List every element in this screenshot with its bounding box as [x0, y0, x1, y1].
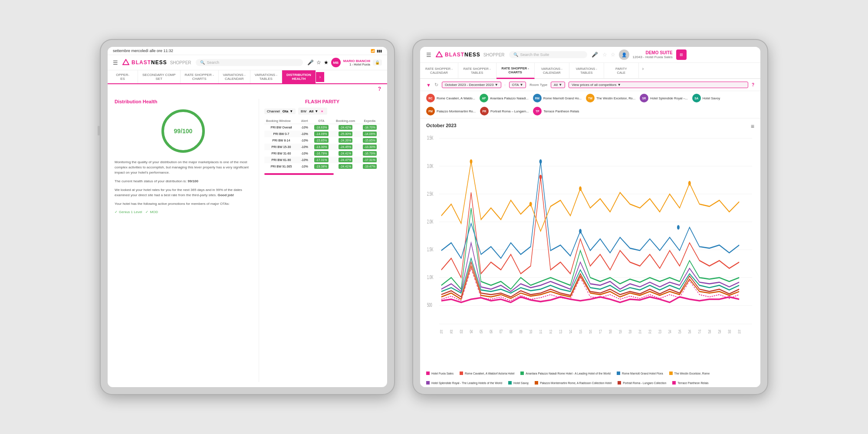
svg-text:27: 27 — [698, 329, 701, 334]
hotel-name-ap: Anantara Palazzo Naiadi... — [490, 96, 529, 100]
r-date-range-select[interactable]: October 2023 - December 2023 ▼ — [442, 82, 501, 88]
row-alert: -10% — [298, 124, 311, 131]
svg-text:19: 19 — [619, 329, 622, 334]
search-bar[interactable]: 🔍 Search — [196, 59, 303, 66]
row-ota: -16.79% — [311, 150, 332, 157]
menu-icon[interactable]: ☰ — [113, 59, 118, 66]
r-filter-bar: ▼ ↻ October 2023 - December 2023 ▼ : OTA… — [420, 79, 760, 91]
logo-sub: SHOPPER — [170, 60, 191, 65]
r-tabs-next-arrow[interactable]: › — [639, 63, 647, 78]
r-tab-parity-cale[interactable]: PARITYCALE — [604, 63, 639, 78]
tab-variations-tables[interactable]: VARIATIONS -TABLES — [250, 70, 282, 83]
tab-rate-shopper-charts[interactable]: RATE SHOPPER -CHARTS — [181, 70, 219, 83]
tab-oppers[interactable]: OPPER-ES — [108, 70, 138, 83]
svg-point-50 — [470, 159, 472, 164]
legend-dot-tw — [669, 372, 673, 375]
r-room-type-select[interactable]: All ▼ — [551, 82, 565, 88]
checkmark-genius: ✓ — [115, 210, 118, 214]
mic-icon[interactable]: 🎤 — [307, 59, 314, 66]
svg-rect-57 — [460, 372, 463, 375]
legend-label-ap: Anantara Palazzo Naiadi Rome Hotel - A L… — [526, 372, 611, 375]
row-booking: -24.45% — [332, 144, 359, 150]
hotel-name-sr: Hotel Splendide Royal –... — [650, 96, 688, 100]
right-screen: ☰ BLASTNESS SHOPPER 🔍 Search the Suite 🎤… — [420, 47, 760, 387]
tab-variations-calendar[interactable]: VARIATIONS -CALENDAR — [219, 70, 250, 83]
r-tab-variations-tables[interactable]: VARIATIONS -TABLES — [569, 63, 604, 78]
channel-filter[interactable]: Channel Ota ▼ — [264, 108, 296, 114]
r-demo-suite: DEMO SUITE — [645, 50, 672, 55]
tab-secondary-comp[interactable]: SECONDARY COMPSET — [138, 70, 181, 83]
legend-dot-pm — [535, 381, 538, 385]
left-tablet: settembre mercoledì alle ore 11:32 📶 ▮▮▮… — [100, 39, 395, 395]
row-label: PRI BW 61-90 — [264, 157, 298, 163]
logo-area: BLASTNESS SHOPPER — [122, 59, 191, 66]
r-star-outline2-icon[interactable]: ☆ — [611, 52, 615, 58]
r-filter-icon[interactable]: ▼ — [426, 82, 431, 88]
r-channel-select[interactable]: OTA ▼ — [509, 82, 526, 88]
r-tab-variations-calendar[interactable]: VARIATIONS -CALENDAR — [535, 63, 569, 78]
legend-pr: Portrait Roma - Lungaro Collection — [618, 381, 666, 385]
lock-icon[interactable]: 🔒 — [373, 59, 382, 66]
hotel-name: 1 - Hotel Fuxia — [349, 63, 370, 66]
svg-text:26: 26 — [688, 329, 691, 334]
r-tab-rate-shopper-tables[interactable]: RATE SHOPPER -TABLES — [458, 63, 496, 78]
svg-point-48 — [539, 175, 542, 180]
tab-distribution-health[interactable]: DISTRIBUTIONHEALTH — [282, 70, 316, 83]
search-icon: 🔍 — [200, 60, 205, 65]
flash-parity-table: Booking Window Alert OTA Booking.com Exp… — [264, 118, 380, 170]
svg-point-49 — [539, 159, 542, 164]
r-tab-rate-shopper-calendar[interactable]: RATE SHOPPER -CALENDAR — [420, 63, 458, 78]
svg-point-53 — [579, 229, 582, 233]
row-ota: -15.85% — [311, 137, 332, 144]
star-filled-icon[interactable]: ★ — [324, 59, 329, 66]
svg-rect-56 — [426, 372, 430, 375]
r-grid-icon[interactable]: ⊞ — [676, 49, 687, 60]
score-circle: 99/100 — [161, 109, 205, 153]
r-search-bar[interactable]: 🔍 Search the Suite — [509, 51, 587, 58]
flash-parity-title: FLASH PARITY — [264, 99, 380, 104]
dist-health-title: Distribution Health — [115, 99, 252, 104]
r-tabs-bar: RATE SHOPPER -CALENDAR RATE SHOPPER -TAB… — [420, 63, 760, 79]
r-star-outline-icon[interactable]: ☆ — [602, 52, 607, 58]
r-view-select[interactable]: View prices of all competitors ▼ — [569, 82, 748, 88]
r-menu-icon[interactable]: ☰ — [426, 52, 431, 58]
svg-text:31: 31 — [738, 329, 741, 334]
svg-text:18: 18 — [609, 329, 612, 334]
table-row: PRI BW 15-30 -10% -13.30% -24.45% -13.30… — [264, 144, 380, 150]
r-nav-icons: ☆ ☆ 👤 DEMO SUITE 12043 - Hotel Fuxia Sal… — [602, 49, 687, 60]
svg-text:30: 30 — [728, 329, 731, 334]
search-placeholder: Search — [207, 60, 220, 65]
r-tab-rate-shopper-charts[interactable]: RATE SHOPPER -CHARTS — [496, 63, 535, 79]
table-row: PRI BW Overall -10% -18.63% -24.42% -18.… — [264, 124, 380, 131]
legend-rm: Rome Marriott Grand Hotel Flora — [617, 372, 663, 375]
tabs-next-arrow[interactable]: › — [316, 72, 324, 82]
svg-rect-65 — [672, 381, 676, 385]
bw-filter[interactable]: BW All ▼ × — [298, 108, 327, 115]
r-hotels-row: RC Rome Cavalieri, A Waldo... AP Anantar… — [420, 91, 760, 118]
legend-label-rm: Rome Marriott Grand Hotel Flora — [622, 372, 663, 375]
row-booking: -24.41% — [332, 150, 359, 157]
svg-text:10: 10 — [529, 329, 533, 334]
r-logo-sub: SHOPPER — [483, 53, 505, 57]
r-view-value: View prices of all competitors — [572, 83, 616, 87]
row-ota: -13.30% — [311, 144, 332, 150]
chart-menu-icon[interactable]: ≡ — [751, 123, 754, 130]
legend-sa: Hotel Savoy — [508, 381, 529, 385]
svg-text:28: 28 — [708, 329, 711, 334]
mute-btn[interactable] — [98, 126, 100, 135]
r-help-icon[interactable]: ? — [752, 82, 754, 87]
help-icon[interactable]: ? — [378, 86, 381, 92]
svg-text:29: 29 — [718, 329, 721, 334]
r-logo-icon — [436, 51, 443, 58]
r-search-placeholder: Search the Suite — [520, 53, 549, 57]
star-outline-icon[interactable]: ☆ — [316, 59, 321, 66]
svg-text:16: 16 — [589, 329, 592, 334]
row-label: PRI BW 31-60 — [264, 150, 298, 157]
r-user-circle[interactable]: 👤 — [619, 49, 629, 60]
user-name: MARIO BIANCHI — [343, 59, 370, 63]
filter-close-icon[interactable]: × — [319, 108, 325, 114]
user-avatar[interactable]: MB — [331, 58, 341, 67]
line-tw — [441, 161, 739, 231]
r-refresh-icon[interactable]: ↻ — [434, 82, 438, 88]
r-mic-icon[interactable]: 🎤 — [592, 52, 598, 58]
